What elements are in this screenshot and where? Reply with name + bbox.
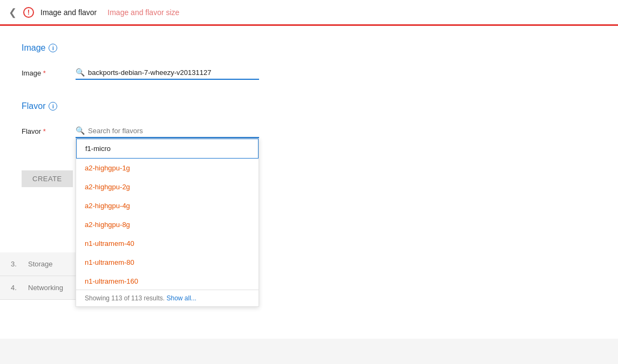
dropdown-footer: Showing 113 of 113 results. Show all... [76,290,259,306]
flavor-item-a2-highgpu-4g[interactable]: a2-highgpu-4g [76,196,259,215]
chevron-down-icon[interactable]: ❮ [9,6,17,18]
show-all-link[interactable]: Show all... [166,294,196,302]
image-input-container: 🔍 [76,66,259,80]
flavor-label: Flavor * [22,127,65,135]
error-icon: ! [23,7,34,18]
flavor-item-a2-highgpu-2g[interactable]: a2-highgpu-2g [76,177,259,196]
main-content: Image i Image * 🔍 Flavor i Flavor * [0,26,618,339]
step-3-label: Storage [28,260,53,268]
flavor-item-f1-micro[interactable]: f1-micro [76,139,259,159]
page-subtitle: Image and flavor size [107,8,179,17]
flavor-search-box: 🔍 [76,124,259,138]
create-button[interactable]: CREATE [22,170,73,187]
flavor-section-title: Flavor i [22,101,596,111]
flavor-form-row: Flavor * 🔍 f1-micro a2-highgpu-1g a2-hig… [22,124,596,138]
image-required-marker: * [43,69,46,77]
step-3-number: 3. [11,260,22,268]
page-title: Image and flavor [40,8,97,17]
step-4-number: 4. [11,284,22,292]
dropdown-showing-text: Showing 113 of 113 results. [85,294,165,302]
flavor-search-input[interactable] [88,127,259,135]
top-bar: ❮ ! Image and flavor Image and flavor si… [0,0,618,26]
image-info-icon[interactable]: i [49,44,57,52]
step-4-label: Networking [28,284,63,292]
flavor-item-a2-highgpu-1g[interactable]: a2-highgpu-1g [76,159,259,177]
image-search-icon: 🔍 [76,68,85,77]
flavor-item-n1-ultramem-40[interactable]: n1-ultramem-40 [76,234,259,253]
flavor-required-marker: * [43,127,46,135]
flavor-info-icon[interactable]: i [49,102,57,111]
flavor-item-n1-ultramem-160[interactable]: n1-ultramem-160 [76,272,259,290]
flavor-item-a2-highgpu-8g[interactable]: a2-highgpu-8g [76,215,259,234]
flavor-item-n1-ultramem-80[interactable]: n1-ultramem-80 [76,253,259,272]
image-input[interactable] [88,68,259,77]
flavor-dropdown: f1-micro a2-highgpu-1g a2-highgpu-2g a2-… [76,138,259,307]
flavor-dropdown-list: f1-micro a2-highgpu-1g a2-highgpu-2g a2-… [76,139,259,290]
image-section-title: Image i [22,43,596,53]
flavor-section: Flavor i Flavor * 🔍 f1-micro a2-highgpu-… [22,101,596,138]
image-section: Image i Image * 🔍 [22,43,596,80]
image-label: Image * [22,69,65,77]
image-form-row: Image * 🔍 [22,66,596,80]
flavor-search-icon: 🔍 [76,126,85,135]
flavor-search-container: 🔍 f1-micro a2-highgpu-1g a2-highgpu-2g a… [76,124,259,138]
